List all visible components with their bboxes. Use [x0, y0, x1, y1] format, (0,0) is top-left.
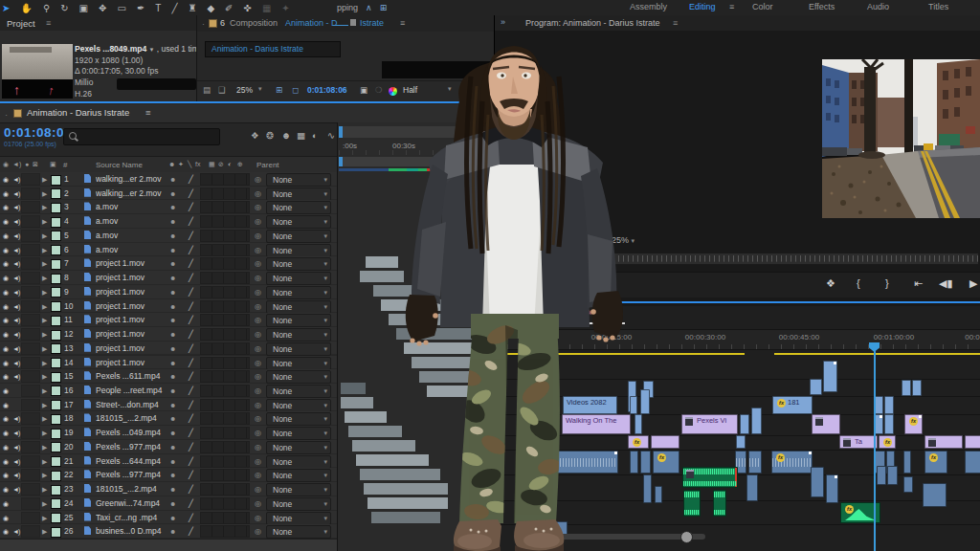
eye-icon[interactable]: ◉	[3, 512, 9, 524]
switch-cells[interactable]	[200, 357, 250, 369]
timeline-clip[interactable]: fx	[653, 451, 679, 474]
eye-icon[interactable]: ◉	[3, 328, 9, 341]
channel-wheel-icon[interactable]	[389, 87, 397, 96]
expand-arrow-icon[interactable]: ▶	[42, 455, 47, 468]
label-swatch[interactable]	[51, 203, 61, 213]
audio-icon[interactable]: ◄)	[12, 230, 19, 242]
panel-menu-icon[interactable]: ≡	[46, 18, 51, 28]
quality-icon[interactable]: ╱	[189, 370, 193, 383]
solo-lock-cells[interactable]	[21, 385, 40, 397]
layer-row[interactable]: ◉◄)▶18181015_...2.mp4☻╱◎None▾	[0, 411, 337, 426]
layer-row[interactable]: ◉◄)▶8project 1.mov☻╱◎None▾	[0, 271, 337, 285]
layer-name[interactable]: project 1.mov	[96, 257, 167, 270]
parent-dropdown[interactable]: None▾	[266, 412, 331, 426]
switch-cells[interactable]	[200, 512, 250, 524]
quality-icon[interactable]: ╱	[189, 314, 193, 326]
switch-cells[interactable]	[200, 399, 250, 411]
label-swatch[interactable]	[51, 456, 61, 467]
eye-icon[interactable]: ◉	[3, 357, 9, 369]
solo-lock-cells[interactable]	[21, 272, 40, 284]
solo-lock-cells[interactable]	[21, 525, 40, 538]
expand-arrow-icon[interactable]: ▶	[42, 286, 47, 298]
quality-icon[interactable]: ╱	[189, 357, 193, 369]
shy-ic[interactable]: ☻	[169, 399, 176, 411]
expand-arrow-icon[interactable]: ▶	[42, 187, 47, 200]
expand-arrow-icon[interactable]: ▶	[42, 412, 47, 425]
parent-pickwhip-icon[interactable]: ◎	[255, 272, 261, 284]
switch-column-icon[interactable]: ☻	[168, 161, 175, 167]
timeline-tab-label[interactable]: Animation - Darius Istrate	[27, 107, 129, 118]
parent-pickwhip-icon[interactable]: ◎	[255, 497, 261, 510]
region-of-interest-icon[interactable]: ◻	[292, 85, 299, 95]
eye-icon[interactable]: ◉	[3, 215, 9, 228]
solo-lock-cells[interactable]	[21, 357, 40, 369]
timeline-clip[interactable]	[924, 435, 963, 449]
label-swatch[interactable]	[51, 316, 61, 326]
composition-tab-name[interactable]: Animation - D	[285, 18, 338, 28]
expand-arrow-icon[interactable]: ▶	[42, 357, 47, 369]
label-swatch[interactable]	[51, 231, 61, 241]
shy-ic[interactable]: ☻	[169, 300, 176, 313]
shy-ic[interactable]: ☻	[169, 272, 176, 284]
switch-column-icon[interactable]: ✦	[178, 161, 184, 168]
audio-icon[interactable]: ◄)	[12, 173, 19, 186]
parent-pickwhip-icon[interactable]: ◎	[255, 187, 261, 200]
resolution-select[interactable]: Half	[403, 85, 417, 95]
audio-icon[interactable]: ◄)	[12, 525, 19, 538]
audio-icon[interactable]: ◄)	[12, 286, 19, 298]
quality-icon[interactable]: ╱	[189, 497, 193, 510]
layer-row[interactable]: ◉◄)▶11project 1.mov☻╱◎None▾	[0, 313, 337, 327]
flowchart-icon[interactable]: ❖	[251, 130, 259, 141]
label-swatch[interactable]	[51, 245, 61, 255]
expand-arrow-icon[interactable]: ▶	[42, 328, 47, 341]
panel-menu-icon[interactable]: ≡	[673, 18, 678, 28]
quality-icon[interactable]: ╱	[189, 230, 193, 242]
eye-icon[interactable]: ◉	[3, 230, 9, 242]
eye-icon[interactable]: ◉	[3, 441, 9, 453]
layer-name[interactable]: 181015_...2.mp4	[96, 483, 167, 496]
parent-pickwhip-icon[interactable]: ◎	[255, 525, 261, 538]
solo-lock-cells[interactable]	[21, 497, 40, 510]
premiere-timeline-panel[interactable]: s Istrate ✎ 00:00:15:0000:00:30:0000:00:…	[495, 306, 980, 551]
layer-name[interactable]: walking...er 2.mov	[96, 173, 167, 186]
timeline-clip[interactable]: Pexels Vi	[681, 414, 738, 434]
eye-icon[interactable]: ◉	[3, 187, 9, 200]
composition-tab-name2[interactable]: Istrate	[360, 18, 384, 28]
label-swatch[interactable]	[51, 471, 61, 481]
column-source-name[interactable]: Source Name	[96, 161, 143, 169]
layer-name[interactable]: Pexels ...611.mp4	[96, 370, 167, 383]
parent-dropdown[interactable]: None▾	[266, 328, 331, 342]
layer-name[interactable]: Pexels ...977.mp4	[96, 469, 167, 481]
eye-icon[interactable]: ◉	[3, 161, 9, 168]
timeline-clip[interactable]	[884, 414, 894, 434]
layer-row[interactable]: ◉◄)▶20Pexels ...977.mp4☻╱◎None▾	[0, 440, 337, 454]
label-swatch[interactable]	[51, 429, 61, 439]
solo-lock-cells[interactable]	[21, 483, 40, 496]
switch-column-icon[interactable]: ⊕	[237, 161, 243, 168]
eye-icon[interactable]: ◉	[3, 497, 9, 510]
parent-dropdown[interactable]: None▾	[266, 455, 331, 469]
solo-icon[interactable]: ●	[25, 161, 29, 167]
column-number[interactable]: #	[63, 161, 67, 169]
parent-pickwhip-icon[interactable]: ◎	[255, 215, 261, 228]
layer-row[interactable]: ◉▶17Street-...don.mp4☻╱◎None▾	[0, 398, 337, 412]
layer-name[interactable]: project 1.mov	[96, 300, 167, 313]
expand-arrow-icon[interactable]: ▶	[42, 469, 47, 481]
switch-cells[interactable]	[200, 187, 250, 200]
quality-icon[interactable]: ╱	[189, 455, 193, 468]
workspace-tab-assembly[interactable]: Assembly	[630, 2, 667, 11]
layer-row[interactable]: ◉▶24Greenwi...74.mp4☻╱◎None▾	[0, 496, 337, 511]
layer-name[interactable]: busines...0 D.mp4	[96, 525, 167, 538]
solo-lock-cells[interactable]	[21, 230, 40, 242]
timeline-clip[interactable]	[655, 486, 662, 503]
timeline-clip[interactable]	[877, 466, 886, 485]
switch-cells[interactable]	[200, 215, 250, 228]
timeline-clip[interactable]	[887, 466, 898, 485]
add-marker-button[interactable]: ❖	[826, 277, 835, 290]
parent-pickwhip-icon[interactable]: ◎	[255, 342, 261, 355]
switch-cells[interactable]	[200, 441, 250, 453]
layer-name[interactable]: Pexels ...977.mp4	[96, 441, 167, 453]
audio-icon[interactable]: ◄)	[12, 412, 19, 425]
target-icon[interactable]: ▣	[463, 85, 471, 95]
pixel-aspect-icon[interactable]: ⊡	[479, 85, 485, 95]
